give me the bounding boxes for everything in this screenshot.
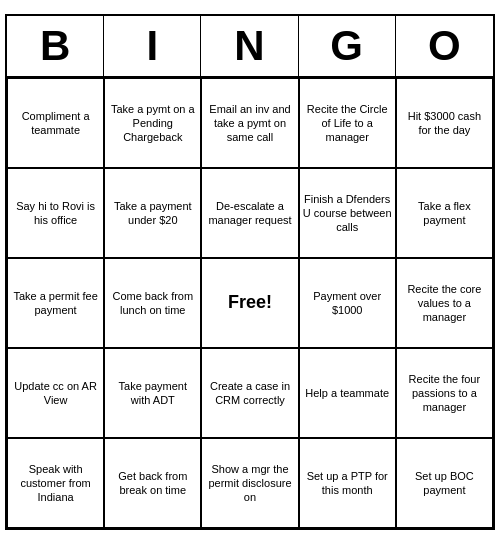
bingo-cell: Recite the Circle of Life to a manager [299,78,396,168]
bingo-cell: Hit $3000 cash for the day [396,78,493,168]
bingo-cell: Show a mgr the permit disclosure on [201,438,298,528]
header-letter: N [201,16,298,76]
bingo-cell: Recite the four passions to a manager [396,348,493,438]
header-letter: I [104,16,201,76]
bingo-cell: De-escalate a manager request [201,168,298,258]
bingo-cell: Update cc on AR View [7,348,104,438]
bingo-cell: Take payment with ADT [104,348,201,438]
bingo-cell: Say hi to Rovi is his office [7,168,104,258]
bingo-cell: Finish a Dfenders U course between calls [299,168,396,258]
bingo-cell: Get back from break on time [104,438,201,528]
bingo-grid: Compliment a teammateTake a pymt on a Pe… [7,78,493,528]
bingo-cell: Compliment a teammate [7,78,104,168]
bingo-cell: Payment over $1000 [299,258,396,348]
bingo-cell: Help a teammate [299,348,396,438]
bingo-header: BINGO [7,16,493,78]
header-letter: O [396,16,493,76]
bingo-cell: Create a case in CRM correctly [201,348,298,438]
bingo-cell: Come back from lunch on time [104,258,201,348]
bingo-cell: Set up a PTP for this month [299,438,396,528]
header-letter: G [299,16,396,76]
bingo-cell: Recite the core values to a manager [396,258,493,348]
bingo-cell: Set up BOC payment [396,438,493,528]
header-letter: B [7,16,104,76]
bingo-cell: Take a pymt on a Pending Chargeback [104,78,201,168]
bingo-cell: Speak with customer from Indiana [7,438,104,528]
bingo-cell: Email an inv and take a pymt on same cal… [201,78,298,168]
bingo-cell: Take a permit fee payment [7,258,104,348]
bingo-card: BINGO Compliment a teammateTake a pymt o… [5,14,495,530]
bingo-cell: Take a flex payment [396,168,493,258]
bingo-cell: Take a payment under $20 [104,168,201,258]
free-cell: Free! [201,258,298,348]
